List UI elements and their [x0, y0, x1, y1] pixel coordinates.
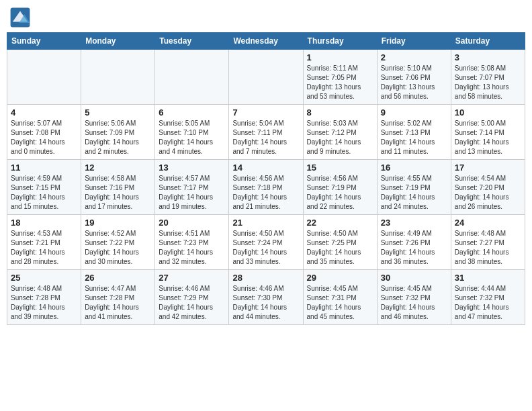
calendar-week-row: 11Sunrise: 4:59 AMSunset: 7:15 PMDayligh…: [7, 160, 525, 215]
calendar-day-cell: 18Sunrise: 4:53 AMSunset: 7:21 PMDayligh…: [7, 215, 81, 270]
day-info: Sunrise: 4:46 AMSunset: 7:29 PMDaylight:…: [159, 284, 225, 322]
calendar-day-cell: 19Sunrise: 4:52 AMSunset: 7:22 PMDayligh…: [81, 215, 155, 270]
day-number: 24: [455, 218, 521, 228]
calendar-day-cell: 7Sunrise: 5:04 AMSunset: 7:11 PMDaylight…: [229, 105, 303, 160]
day-info: Sunrise: 4:59 AMSunset: 7:15 PMDaylight:…: [11, 174, 77, 212]
day-number: 13: [159, 163, 225, 173]
day-number: 21: [232, 218, 299, 228]
day-info: Sunrise: 4:49 AMSunset: 7:26 PMDaylight:…: [381, 229, 447, 267]
calendar-day-cell: 6Sunrise: 5:05 AMSunset: 7:10 PMDaylight…: [155, 105, 229, 160]
day-info: Sunrise: 4:50 AMSunset: 7:24 PMDaylight:…: [232, 229, 299, 267]
day-number: 31: [455, 273, 521, 283]
calendar-day-cell: [155, 50, 229, 105]
day-number: 1: [307, 52, 373, 62]
day-info: Sunrise: 4:46 AMSunset: 7:30 PMDaylight:…: [232, 284, 299, 322]
weekday-header-cell: Wednesday: [229, 33, 303, 50]
logo-icon: [9, 7, 31, 28]
day-info: Sunrise: 5:10 AMSunset: 7:06 PMDaylight:…: [381, 64, 447, 101]
calendar-day-cell: 16Sunrise: 4:55 AMSunset: 7:19 PMDayligh…: [377, 160, 451, 215]
day-info: Sunrise: 5:04 AMSunset: 7:11 PMDaylight:…: [232, 119, 299, 156]
calendar-day-cell: 4Sunrise: 5:07 AMSunset: 7:08 PMDaylight…: [7, 105, 81, 160]
calendar-day-cell: 1Sunrise: 5:11 AMSunset: 7:05 PMDaylight…: [303, 50, 377, 105]
day-info: Sunrise: 5:03 AMSunset: 7:12 PMDaylight:…: [307, 119, 373, 156]
day-info: Sunrise: 4:51 AMSunset: 7:23 PMDaylight:…: [159, 229, 225, 267]
day-info: Sunrise: 4:58 AMSunset: 7:16 PMDaylight:…: [85, 174, 151, 212]
weekday-header-cell: Saturday: [451, 33, 525, 50]
day-number: 16: [381, 163, 447, 173]
day-number: 19: [85, 218, 151, 228]
calendar-day-cell: 14Sunrise: 4:56 AMSunset: 7:18 PMDayligh…: [229, 160, 303, 215]
day-number: 10: [455, 107, 521, 118]
calendar-day-cell: 11Sunrise: 4:59 AMSunset: 7:15 PMDayligh…: [7, 160, 81, 215]
day-number: 14: [232, 163, 299, 173]
day-number: 2: [381, 52, 447, 62]
weekday-header-cell: Tuesday: [155, 33, 229, 50]
day-number: 29: [307, 273, 373, 283]
weekday-header-row: SundayMondayTuesdayWednesdayThursdayFrid…: [7, 33, 525, 50]
calendar-day-cell: 10Sunrise: 5:00 AMSunset: 7:14 PMDayligh…: [451, 105, 525, 160]
calendar-week-row: 1Sunrise: 5:11 AMSunset: 7:05 PMDaylight…: [7, 50, 525, 105]
day-info: Sunrise: 4:48 AMSunset: 7:28 PMDaylight:…: [11, 284, 77, 322]
day-info: Sunrise: 4:57 AMSunset: 7:17 PMDaylight:…: [159, 174, 225, 212]
calendar-day-cell: [229, 50, 303, 105]
day-number: 27: [159, 273, 225, 283]
day-number: 30: [381, 273, 447, 283]
day-number: 23: [381, 218, 447, 228]
day-info: Sunrise: 5:00 AMSunset: 7:14 PMDaylight:…: [455, 119, 521, 156]
day-number: 22: [307, 218, 373, 228]
calendar-week-row: 18Sunrise: 4:53 AMSunset: 7:21 PMDayligh…: [7, 215, 525, 270]
calendar-day-cell: 26Sunrise: 4:47 AMSunset: 7:28 PMDayligh…: [81, 270, 155, 325]
weekday-header-cell: Friday: [377, 33, 451, 50]
day-number: 25: [11, 273, 77, 283]
day-info: Sunrise: 4:56 AMSunset: 7:19 PMDaylight:…: [307, 174, 373, 212]
weekday-header-cell: Sunday: [7, 33, 81, 50]
calendar-day-cell: 25Sunrise: 4:48 AMSunset: 7:28 PMDayligh…: [7, 270, 81, 325]
day-number: 26: [85, 273, 151, 283]
day-info: Sunrise: 4:45 AMSunset: 7:32 PMDaylight:…: [381, 284, 447, 322]
calendar-day-cell: 8Sunrise: 5:03 AMSunset: 7:12 PMDaylight…: [303, 105, 377, 160]
day-number: 4: [11, 107, 77, 118]
page-header: [7, 7, 525, 28]
day-number: 6: [159, 107, 225, 118]
calendar-day-cell: 2Sunrise: 5:10 AMSunset: 7:06 PMDaylight…: [377, 50, 451, 105]
day-number: 9: [381, 107, 447, 118]
day-number: 17: [455, 163, 521, 173]
day-number: 28: [232, 273, 299, 283]
calendar-day-cell: 31Sunrise: 4:44 AMSunset: 7:32 PMDayligh…: [451, 270, 525, 325]
day-info: Sunrise: 5:06 AMSunset: 7:09 PMDaylight:…: [85, 119, 151, 156]
calendar-day-cell: 21Sunrise: 4:50 AMSunset: 7:24 PMDayligh…: [229, 215, 303, 270]
calendar-day-cell: 9Sunrise: 5:02 AMSunset: 7:13 PMDaylight…: [377, 105, 451, 160]
calendar-day-cell: 24Sunrise: 4:48 AMSunset: 7:27 PMDayligh…: [451, 215, 525, 270]
day-number: 15: [307, 163, 373, 173]
day-number: 18: [11, 218, 77, 228]
day-info: Sunrise: 4:44 AMSunset: 7:32 PMDaylight:…: [455, 284, 521, 322]
calendar-body: 1Sunrise: 5:11 AMSunset: 7:05 PMDaylight…: [7, 50, 525, 325]
day-info: Sunrise: 5:11 AMSunset: 7:05 PMDaylight:…: [307, 64, 373, 101]
day-info: Sunrise: 4:50 AMSunset: 7:25 PMDaylight:…: [307, 229, 373, 267]
day-info: Sunrise: 4:53 AMSunset: 7:21 PMDaylight:…: [11, 229, 77, 267]
calendar-day-cell: 5Sunrise: 5:06 AMSunset: 7:09 PMDaylight…: [81, 105, 155, 160]
calendar-day-cell: [7, 50, 81, 105]
calendar-day-cell: 20Sunrise: 4:51 AMSunset: 7:23 PMDayligh…: [155, 215, 229, 270]
day-info: Sunrise: 4:45 AMSunset: 7:31 PMDaylight:…: [307, 284, 373, 322]
calendar-week-row: 25Sunrise: 4:48 AMSunset: 7:28 PMDayligh…: [7, 270, 525, 325]
calendar-day-cell: 12Sunrise: 4:58 AMSunset: 7:16 PMDayligh…: [81, 160, 155, 215]
day-info: Sunrise: 4:52 AMSunset: 7:22 PMDaylight:…: [85, 229, 151, 267]
day-number: 7: [232, 107, 299, 118]
calendar-day-cell: 22Sunrise: 4:50 AMSunset: 7:25 PMDayligh…: [303, 215, 377, 270]
calendar-day-cell: 28Sunrise: 4:46 AMSunset: 7:30 PMDayligh…: [229, 270, 303, 325]
day-number: 3: [455, 52, 521, 62]
calendar-day-cell: 13Sunrise: 4:57 AMSunset: 7:17 PMDayligh…: [155, 160, 229, 215]
day-info: Sunrise: 5:05 AMSunset: 7:10 PMDaylight:…: [159, 119, 225, 156]
day-number: 11: [11, 163, 77, 173]
calendar-day-cell: 23Sunrise: 4:49 AMSunset: 7:26 PMDayligh…: [377, 215, 451, 270]
calendar-day-cell: [81, 50, 155, 105]
day-info: Sunrise: 4:54 AMSunset: 7:20 PMDaylight:…: [455, 174, 521, 212]
day-info: Sunrise: 4:56 AMSunset: 7:18 PMDaylight:…: [232, 174, 299, 212]
calendar-day-cell: 17Sunrise: 4:54 AMSunset: 7:20 PMDayligh…: [451, 160, 525, 215]
calendar-table: SundayMondayTuesdayWednesdayThursdayFrid…: [7, 32, 525, 325]
day-info: Sunrise: 5:07 AMSunset: 7:08 PMDaylight:…: [11, 119, 77, 156]
logo: [9, 7, 34, 28]
calendar-day-cell: 15Sunrise: 4:56 AMSunset: 7:19 PMDayligh…: [303, 160, 377, 215]
weekday-header-cell: Thursday: [303, 33, 377, 50]
